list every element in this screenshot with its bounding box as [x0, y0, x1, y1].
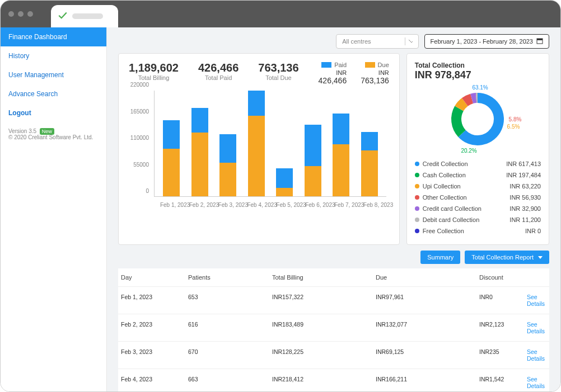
collection-row: Upi CollectionINR 63,220 [415, 181, 541, 192]
collection-name: Other Collection [423, 194, 510, 201]
donut-pct-cash: 20.2% [461, 148, 476, 154]
col-billing: Total Billing [272, 274, 376, 281]
stat-total-due: 763,136 Total Due [258, 62, 298, 85]
see-details-link[interactable]: See Details [527, 321, 546, 334]
col-day: Day [121, 274, 188, 281]
report-buttons: Summary Total Collection Report [118, 251, 549, 264]
see-details-link[interactable]: See Details [527, 294, 546, 307]
table-row: Feb 2, 2023616INR183,489INR132,077INR2,1… [118, 314, 549, 341]
collection-value: INR 617,413 [506, 160, 541, 167]
table-row: Feb 1, 2023653INR157,322INR97,961INR0See… [118, 286, 549, 314]
stat-label: Total Due [258, 74, 298, 81]
cell-due: INR166,211 [376, 376, 479, 389]
sidebar-item-advance-search[interactable]: Advance Search [1, 84, 106, 103]
cell-patients: 670 [188, 348, 272, 362]
bar-group [305, 125, 321, 196]
legend-paid: Paid INR 426,466 [319, 62, 347, 85]
cell-due: INR132,077 [376, 321, 479, 334]
sidebar-item-finance-dashboard[interactable]: Finance Dashboard [1, 27, 106, 46]
cell-discount: INR0 [479, 294, 527, 307]
see-details-link[interactable]: See Details [527, 348, 546, 362]
legend-currency: INR [319, 69, 347, 76]
collection-amount: INR 978,847 [415, 69, 541, 81]
close-dot[interactable] [8, 11, 14, 17]
x-label: Feb 8, 2023 [363, 202, 380, 208]
x-label: Feb 1, 2023 [160, 202, 177, 208]
stacked-bar-chart: 055000110000165000220000 Feb 1, 2023Feb … [129, 91, 389, 208]
collection-dot [415, 229, 419, 233]
min-dot[interactable] [18, 11, 24, 17]
collection-panel: Total Collection INR 978,847 63.1% 5.8% … [406, 53, 549, 245]
browser-tab[interactable] [51, 5, 118, 27]
button-label: Summary [427, 254, 454, 261]
cell-patients: 616 [188, 321, 272, 334]
sidebar: Finance DashboardHistoryUser ManagementA… [1, 27, 107, 392]
centre-select[interactable]: All centres [336, 34, 418, 49]
cell-day: Feb 2, 2023 [121, 321, 188, 334]
see-details-link[interactable]: See Details [527, 376, 546, 389]
x-label: Feb 5, 2023 [276, 202, 293, 208]
chevron-down-icon [538, 256, 543, 259]
legend-value: 763,136 [361, 76, 389, 85]
main-panel: All centres February 1, 2023 - February … [107, 27, 560, 392]
bar-group [219, 134, 236, 196]
donut-pct-upi: 6.5% [507, 124, 520, 130]
donut-pct-credit: 63.1% [472, 84, 488, 91]
legend-label: Paid [334, 62, 347, 68]
y-tick: 165000 [130, 108, 149, 114]
bar-group [248, 91, 265, 196]
legend-due: Due INR 763,136 [361, 62, 389, 85]
collection-name: Debit card Collection [423, 216, 510, 223]
button-label: Total Collection Report [471, 254, 534, 261]
x-label: Feb 2, 2023 [189, 202, 206, 208]
table-header: Day Patients Total Billing Due Discount [118, 268, 549, 286]
daterange-value: February 1, 2023 - February 28, 2023 [431, 38, 533, 45]
stat-total-paid: 426,466 Total Paid [198, 62, 239, 85]
bar-group [276, 168, 293, 196]
y-tick: 0 [146, 188, 149, 194]
bar-group [191, 108, 208, 196]
collection-row: Debit card CollectionINR 11,200 [415, 214, 541, 225]
collection-name: Upi Collection [423, 183, 510, 190]
col-patients: Patients [188, 274, 272, 281]
chart-legend: Paid INR 426,466 Due INR 763,136 [319, 62, 389, 85]
cell-patients: 663 [188, 376, 272, 389]
titlebar [1, 1, 560, 27]
max-dot[interactable] [27, 11, 33, 17]
stat-label: Total Paid [198, 74, 239, 81]
table-row: Feb 3, 2023670INR128,225INR69,125INR235S… [118, 341, 549, 369]
chevron-down-icon [405, 37, 413, 45]
collection-value: INR 197,484 [506, 172, 541, 178]
x-label: Feb 4, 2023 [247, 202, 264, 208]
version-info: Version 3.5 New © 2020 Creliant Software… [1, 122, 106, 146]
calendar-icon [536, 37, 543, 45]
collection-row: Other CollectionINR 56,930 [415, 192, 541, 203]
collection-dot [415, 173, 419, 177]
cell-patients: 653 [188, 294, 272, 307]
collection-dot [415, 162, 419, 166]
daily-table: Day Patients Total Billing Due Discount … [118, 268, 549, 392]
date-range-picker[interactable]: February 1, 2023 - February 28, 2023 [424, 34, 549, 49]
collection-value: INR 0 [525, 228, 541, 234]
cell-discount: INR235 [479, 348, 527, 362]
x-label: Feb 3, 2023 [218, 202, 235, 208]
cell-due: INR97,961 [376, 294, 479, 307]
collection-value: INR 32,900 [509, 205, 541, 212]
sidebar-item-user-management[interactable]: User Management [1, 65, 106, 84]
legend-color-swatch [321, 62, 331, 68]
bar-group [361, 132, 378, 196]
legend-value: 426,466 [319, 76, 347, 85]
summary-button[interactable]: Summary [420, 251, 460, 264]
sidebar-item-logout[interactable]: Logout [1, 103, 106, 122]
legend-currency: INR [361, 69, 389, 76]
col-due: Due [376, 274, 479, 281]
donut-chart: 63.1% 5.8% 6.5% 20.2% [444, 86, 511, 153]
centre-select-value: All centres [342, 38, 371, 45]
cell-day: Feb 3, 2023 [121, 348, 188, 362]
sidebar-item-history[interactable]: History [1, 46, 106, 65]
donut-pct-other: 5.8% [509, 116, 522, 122]
collection-title: Total Collection [415, 62, 541, 69]
total-collection-report-button[interactable]: Total Collection Report [465, 251, 549, 264]
cell-billing: INR183,489 [272, 321, 376, 334]
collection-row: Credit CollectionINR 617,413 [415, 158, 541, 169]
